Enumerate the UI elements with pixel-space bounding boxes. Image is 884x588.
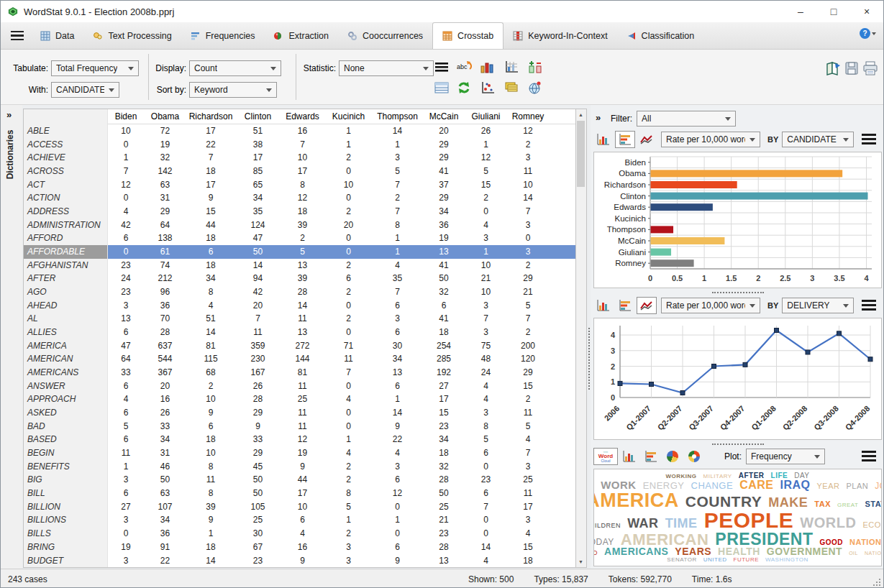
vertical-bars-toggle[interactable] — [593, 297, 614, 314]
horizontal-bars-toggle[interactable] — [615, 297, 635, 314]
table-row[interactable]: AGO23968422827321021 — [24, 285, 575, 299]
horizontal-bars-toggle[interactable] — [641, 448, 661, 465]
column-header[interactable]: Richardson — [186, 109, 235, 124]
table-row[interactable]: AL137051711234177 — [24, 312, 575, 326]
table-row[interactable]: ASKED6269291101415311 — [24, 406, 575, 420]
bar-by-select[interactable]: CANDIDATE — [782, 132, 854, 147]
table-row[interactable]: BUDGET322142393913418 — [24, 554, 575, 568]
table-row[interactable]: BILLS0361304202304 — [24, 527, 575, 541]
tab-extraction[interactable]: Extraction — [264, 22, 338, 49]
vertical-bars-toggle[interactable] — [619, 448, 639, 465]
table-row[interactable]: BENEFITS1468459233203 — [24, 460, 575, 474]
column-header[interactable]: McCain — [422, 109, 465, 124]
collapse-chevron-icon[interactable]: » — [596, 112, 601, 123]
tabulate-select[interactable]: Total Frequency — [51, 60, 139, 76]
pie-chart-toggle[interactable] — [662, 448, 683, 465]
panel-splitter[interactable] — [591, 441, 884, 447]
chart-grid-button[interactable] — [503, 59, 519, 75]
tab-frequencies[interactable]: Frequencies — [181, 22, 265, 49]
line-chart-toggle[interactable] — [637, 131, 657, 148]
tab-classification[interactable]: Classification — [617, 22, 704, 49]
tab-keyword-in-context[interactable]: Keyword-In-Context — [503, 22, 616, 49]
table-row[interactable]: ACTION031934120229214 — [24, 191, 575, 205]
table-row[interactable]: ACCESS01922387112912 — [24, 138, 575, 152]
horizontal-bars-toggle[interactable] — [615, 131, 635, 148]
refresh-button[interactable] — [456, 80, 472, 96]
dictionaries-tab[interactable]: Dictionaries — [5, 122, 15, 187]
column-header[interactable]: Obama — [144, 109, 186, 124]
help-button[interactable]: ? — [860, 28, 876, 39]
table-row[interactable]: ABLE1072175116114202612 — [24, 124, 575, 138]
main-menu-button[interactable] — [1, 22, 31, 49]
vertical-splitter[interactable] — [588, 328, 590, 390]
table-row[interactable]: AFTER24212349439635502129 — [24, 272, 575, 285]
donut-chart-toggle[interactable] — [684, 448, 704, 465]
line-chart-toggle[interactable] — [637, 297, 657, 314]
tab-cooccurrences[interactable]: Cooccurrences — [338, 22, 432, 49]
scroll-down-icon[interactable]: ▼ — [576, 556, 585, 567]
column-header[interactable]: Romney — [506, 109, 550, 124]
line-by-select[interactable]: DELIVERY — [782, 298, 854, 313]
minimize-button[interactable]: – — [784, 1, 817, 22]
export-report-button[interactable] — [825, 60, 841, 76]
table-row[interactable]: BASED6341833121223454 — [24, 433, 575, 446]
table-menu-button[interactable] — [434, 59, 450, 75]
add-remove-columns-button[interactable] — [527, 59, 543, 75]
panel-splitter[interactable] — [591, 290, 884, 295]
scatter-plot-button[interactable] — [480, 80, 496, 96]
bar-chart-button[interactable] — [480, 59, 496, 75]
table-row[interactable]: ANSWER620226110627415 — [24, 380, 575, 393]
database-layers-button[interactable] — [503, 80, 519, 96]
column-header[interactable]: Kucinich — [324, 109, 373, 124]
table-row[interactable]: AHEAD3364201406635 — [24, 299, 575, 313]
spelling-substitution-button[interactable]: abc — [456, 59, 472, 75]
vertical-bars-toggle[interactable] — [593, 131, 614, 148]
table-row[interactable]: BILL6638501781250611 — [24, 487, 575, 500]
table-row[interactable]: AMERICANS3336768167817131922429 — [24, 366, 575, 380]
table-row[interactable]: AFGHANISTAN23741814132441102 — [24, 259, 575, 272]
scroll-up-icon[interactable]: ▲ — [576, 109, 585, 120]
tab-crosstab[interactable]: Crosstab — [432, 22, 503, 49]
scrollbar-thumb[interactable] — [577, 121, 585, 187]
table-row[interactable]: BILLION2710739105105025717 — [24, 500, 575, 514]
table-row[interactable]: AMERICAN64544115230144113428548120 — [24, 352, 575, 366]
resize-grip[interactable] — [872, 578, 881, 587]
table-row[interactable]: AFFORD613818472011930 — [24, 231, 575, 245]
column-header[interactable]: Edwards — [281, 109, 324, 124]
with-select[interactable]: CANDIDATE — [51, 82, 119, 98]
tab-data[interactable]: Data — [31, 22, 83, 49]
column-header[interactable]: Giuliani — [465, 109, 506, 124]
column-header[interactable]: Biden — [108, 109, 144, 124]
sortby-select[interactable]: Keyword — [189, 82, 277, 98]
table-row[interactable]: BEGIN1131102919441867 — [24, 446, 575, 460]
plot-select[interactable]: Frequency — [746, 449, 825, 464]
display-select[interactable]: Count — [189, 60, 281, 76]
table-scrollbar[interactable]: ▲ ▼ — [576, 109, 587, 568]
table-row[interactable]: AMERICA4763781359272713025475200 — [24, 339, 575, 353]
save-button[interactable] — [844, 60, 860, 76]
table-row[interactable]: ACHIEVE132717102329123 — [24, 151, 575, 165]
tab-text-processing[interactable]: Text Processing — [83, 22, 181, 49]
table-row[interactable]: AFFORDABLE0616505011313 — [24, 245, 575, 259]
globe-map-button[interactable] — [527, 80, 543, 96]
word-cloud-menu-button[interactable] — [862, 451, 876, 461]
close-button[interactable]: × — [850, 1, 883, 22]
table-row[interactable]: ADDRESS429153518273407 — [24, 205, 575, 219]
line-measure-select[interactable]: Rate per 10,000 words — [661, 298, 760, 313]
table-row[interactable]: ALLIES628141113061832 — [24, 326, 575, 339]
filter-select[interactable]: All — [637, 111, 736, 127]
statistic-select[interactable]: None — [339, 60, 434, 76]
bar-measure-select[interactable]: Rate per 10,000 words — [661, 132, 760, 147]
table-row[interactable]: BRING199118671636281415 — [24, 541, 575, 554]
column-header[interactable]: Thompson — [373, 109, 422, 124]
print-button[interactable] — [862, 60, 878, 76]
table-row[interactable]: APPROACH416102825411742 — [24, 392, 575, 406]
table-row[interactable]: ACT126317658107371510 — [24, 178, 575, 192]
expand-chevron-icon[interactable]: » — [6, 109, 12, 120]
table-row[interactable]: ACROSS71421885170541511 — [24, 165, 575, 178]
word-cloud-toggle[interactable]: ≈≈≈WordCloud — [593, 448, 618, 465]
bar-chart-menu-button[interactable] — [862, 134, 876, 144]
table-row[interactable]: BILLIONS3349256112103 — [24, 513, 575, 527]
column-header[interactable]: Clinton — [235, 109, 281, 124]
table-row[interactable]: ADMINISTRATION426444124392083643 — [24, 219, 575, 232]
